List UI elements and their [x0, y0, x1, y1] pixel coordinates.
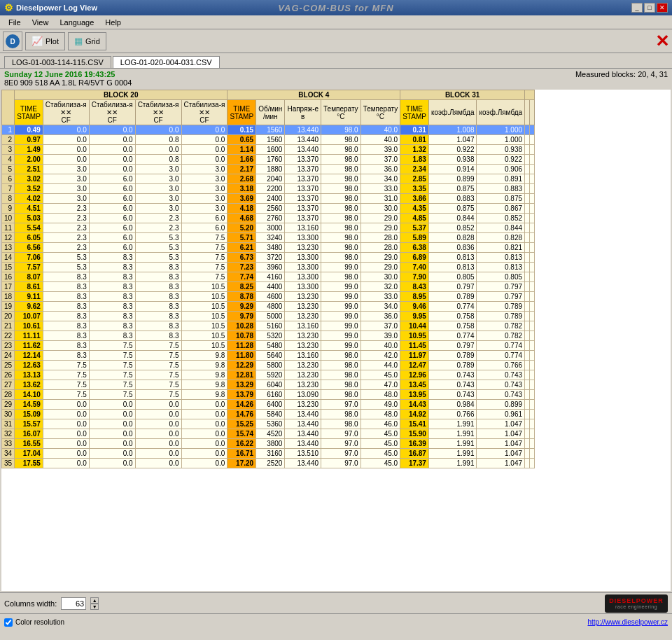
- table-row: 10.490.00.00.00.00.15156013.44098.040.00…: [2, 125, 535, 135]
- table-row: 115.542.36.02.36.05.20300013.16098.029.0…: [2, 223, 535, 233]
- b31-ts-header: TIMESTAMP: [400, 100, 429, 125]
- col-width-down[interactable]: ▼: [90, 604, 99, 610]
- b4-rpm-header: Об/мин/мин: [256, 100, 285, 125]
- table-row: 136.562.36.05.37.56.21348013.23098.028.0…: [2, 243, 535, 253]
- vehicle-info: 8E0 909 518 AA 1.8L R4/5VT G 0004: [4, 78, 668, 87]
- data-table: BLOCK 20 BLOCK 4 BLOCK 31 TIMESTAMP Стаб…: [1, 90, 535, 468]
- grid-button[interactable]: ▦ Grid: [68, 32, 106, 50]
- table-row: 178.618.38.38.310.58.25440013.30099.032.…: [2, 282, 535, 292]
- b4-ts-header: TIMESTAMP: [227, 100, 256, 125]
- block31-header: BLOCK 31: [400, 90, 525, 100]
- table-row: 105.032.36.02.36.04.68276013.37098.029.0…: [2, 214, 535, 223]
- b31-lam1-header: коэф.Лямбда: [428, 100, 477, 125]
- dp-url[interactable]: http://www.dieselpower.cz: [588, 618, 668, 626]
- color-resolution-label: Color resolution: [15, 618, 64, 626]
- b20-c2-header: Стабилиза-я✕✕CF: [89, 100, 135, 125]
- b20-c4-header: Стабилиза-я✕✕CF: [181, 100, 227, 125]
- table-row: 52.513.00.03.03.02.17188013.37098.036.02…: [2, 165, 535, 174]
- menu-file[interactable]: File: [3, 17, 27, 28]
- b20-c1-header: Стабилиза-я✕✕CF: [43, 100, 89, 125]
- close-button[interactable]: ✕: [657, 3, 668, 13]
- table-row: 3115.570.00.00.00.015.25536013.44098.046…: [2, 419, 535, 429]
- plot-button[interactable]: 📈 Plot: [25, 32, 65, 50]
- toolbar: D 📈 Plot ▦ Grid ✕: [0, 29, 672, 53]
- table-row: 2512.637.57.57.59.812.29580013.23098.044…: [2, 361, 535, 370]
- table-row: 2211.118.38.38.310.510.78532013.23099.03…: [2, 331, 535, 341]
- measured-blocks: Measured blocks: 20, 4, 31: [575, 70, 668, 78]
- color-resolution-checkbox[interactable]: [4, 618, 13, 627]
- tabs-bar: LOG-01-003-114-115.CSV LOG-01-020-004-03…: [0, 53, 672, 69]
- b31-lam2-header: коэф.Лямбда: [477, 100, 525, 125]
- table-row: 63.023.06.03.03.02.68204013.37098.034.02…: [2, 174, 535, 184]
- table-row: 157.575.38.38.37.57.23396013.30099.029.0…: [2, 263, 535, 272]
- table-row: 2914.590.00.00.00.014.26640013.23097.049…: [2, 400, 535, 410]
- plot-icon: 📈: [31, 36, 43, 46]
- svg-text:D: D: [10, 38, 15, 46]
- dp-logo-box: DIESELPOWER race engineering: [605, 594, 668, 613]
- close-x-button[interactable]: ✕: [655, 33, 669, 50]
- extra-h2: [530, 100, 535, 125]
- b4-volt-header: Напряж-ев: [285, 100, 321, 125]
- table-row: 3517.550.00.00.00.017.20252013.44097.045…: [2, 459, 535, 468]
- table-row: 126.052.36.05.37.55.71324013.30098.028.0…: [2, 233, 535, 243]
- table-row: 168.078.38.38.37.57.74416013.30098.030.0…: [2, 272, 535, 282]
- logo-button[interactable]: D: [3, 32, 22, 51]
- b20-ts-header: TIMESTAMP: [15, 100, 43, 125]
- app-title: Dieselpower Log View: [16, 4, 97, 12]
- table-row: 199.628.38.38.310.59.29480013.23099.034.…: [2, 302, 535, 312]
- date-info: Sunday 12 June 2016 19:43:25: [4, 70, 668, 78]
- table-row: 31.490.00.00.00.01.14160013.44098.039.01…: [2, 145, 535, 155]
- title-center-text: VAG-COM-BUS for MFN: [278, 3, 393, 13]
- minimize-button[interactable]: _: [631, 3, 643, 13]
- table-row: 2010.078.38.38.310.59.79500013.23099.036…: [2, 312, 535, 321]
- table-row: 3015.090.00.00.00.014.76584013.44098.048…: [2, 410, 535, 419]
- dp-logo-top-text: DIESELPOWER: [609, 597, 664, 604]
- table-row: 2110.618.38.38.310.510.28516013.16099.03…: [2, 321, 535, 331]
- table-row: 147.065.38.35.37.56.73372013.30098.029.0…: [2, 253, 535, 263]
- col-width-input[interactable]: [61, 597, 86, 610]
- col-width-label: Columns width:: [4, 599, 57, 608]
- table-row: 42.000.00.00.80.01.66176013.37098.037.01…: [2, 155, 535, 165]
- main-content: BLOCK 20 BLOCK 4 BLOCK 31 TIMESTAMP Стаб…: [0, 88, 672, 592]
- maximize-button[interactable]: □: [644, 3, 655, 13]
- status-bar: Color resolution http://www.dieselpower.…: [0, 613, 672, 630]
- menu-view[interactable]: View: [27, 17, 55, 28]
- col-width-up[interactable]: ▲: [90, 597, 99, 604]
- tab-1[interactable]: LOG-01-020-004-031.CSV: [113, 56, 220, 68]
- table-row: 3417.040.00.00.00.016.71316013.51097.045…: [2, 449, 535, 459]
- b4-temp1-header: Температу°C: [321, 100, 361, 125]
- tab-0[interactable]: LOG-01-003-114-115.CSV: [4, 56, 111, 68]
- grid-icon: ▦: [74, 36, 83, 46]
- table-row: 94.512.36.03.03.04.18256013.37098.030.04…: [2, 204, 535, 214]
- table-wrapper[interactable]: BLOCK 20 BLOCK 4 BLOCK 31 TIMESTAMP Стаб…: [1, 90, 671, 591]
- b4-temp2-header: Температу°C: [360, 100, 400, 125]
- title-bar: ⚙ Dieselpower Log View VAG-COM-BUS for M…: [0, 0, 672, 15]
- dp-logo: DIESELPOWER race engineering: [605, 594, 668, 613]
- block4-header: BLOCK 4: [227, 90, 400, 100]
- table-row: 2311.628.37.57.510.511.28548013.23099.04…: [2, 341, 535, 351]
- menu-bar: File View Language Help: [0, 15, 672, 29]
- menu-help[interactable]: Help: [99, 17, 127, 28]
- table-row: 3216.070.00.00.00.015.74452013.44097.045…: [2, 429, 535, 439]
- table-row: 2412.148.37.57.59.811.80564013.16098.042…: [2, 351, 535, 361]
- menu-language[interactable]: Language: [54, 17, 99, 28]
- table-row: 84.023.06.03.03.03.69240013.37098.031.03…: [2, 194, 535, 204]
- table-row: 20.970.00.00.80.00.65156013.44098.040.00…: [2, 135, 535, 145]
- table-row: 189.118.38.38.310.58.78460013.23099.033.…: [2, 292, 535, 302]
- dp-logo-bottom-text: race engineering: [615, 604, 657, 609]
- b20-c3-header: Стабилиза-я✕✕CF: [135, 100, 181, 125]
- info-bar: Measured blocks: 20, 4, 31 Sunday 12 Jun…: [0, 69, 672, 88]
- bottom-bar: Columns width: ▲ ▼ DIESELPOWER race engi…: [0, 592, 672, 613]
- app-icon: ⚙: [4, 2, 13, 13]
- table-row: 2613.137.57.57.59.812.81592013.23098.045…: [2, 370, 535, 380]
- table-row: 2713.627.57.57.59.813.29604013.23098.047…: [2, 380, 535, 390]
- table-row: 73.523.06.03.03.03.18220013.37098.033.03…: [2, 184, 535, 194]
- extra-h1: [525, 100, 530, 125]
- table-row: 3316.550.00.00.00.016.22380013.44097.045…: [2, 439, 535, 449]
- table-row: 2814.107.57.57.59.813.79616013.09098.048…: [2, 390, 535, 400]
- block20-header: BLOCK 20: [15, 90, 227, 100]
